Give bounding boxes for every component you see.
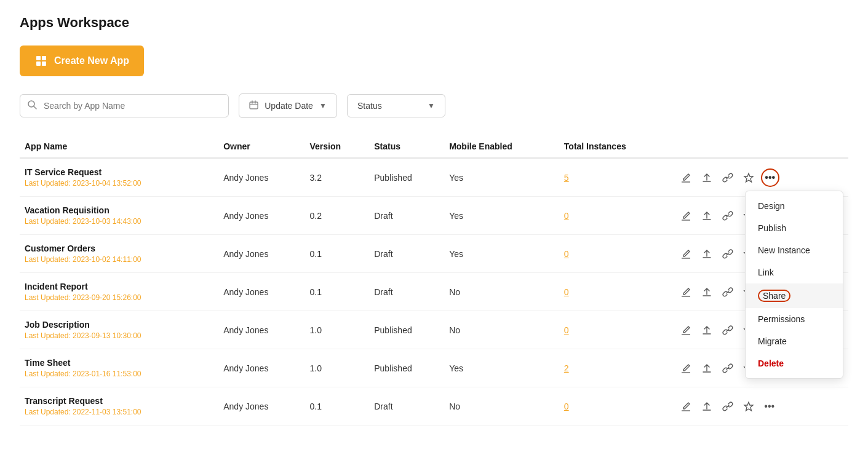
table-row: Incident Report Last Updated: 2023-09-20… [20,273,848,311]
publish-icon[interactable] [698,169,715,186]
star-icon[interactable] [740,398,757,415]
menu-item-publish[interactable]: Publish [746,217,843,239]
share-highlight: Share [758,290,790,302]
app-mobile-enabled: No [444,311,559,349]
app-total-instances[interactable]: 0 [559,311,672,349]
status-chevron-icon: ▼ [428,101,435,110]
menu-item-link[interactable]: Link [746,261,843,283]
search-wrapper [20,94,229,117]
col-owner: Owner [218,135,305,158]
link-icon[interactable] [719,398,736,415]
app-total-instances[interactable]: 0 [559,387,672,425]
instances-link[interactable]: 2 [564,363,569,373]
instances-link[interactable]: 0 [564,402,569,411]
app-status: Draft [369,197,444,235]
app-total-instances[interactable]: 0 [559,273,672,311]
edit-icon[interactable] [677,398,695,415]
more-options-button[interactable]: ••• [761,168,779,187]
app-version: 1.0 [305,311,369,349]
col-total-instances: Total Instances [559,135,672,158]
app-name: Vacation Requisition [25,205,213,215]
table-header-row: App Name Owner Version Status Mobile Ena… [20,135,848,158]
menu-item-migrate[interactable]: Migrate [746,330,843,352]
col-actions [672,135,848,158]
instances-link[interactable]: 0 [564,325,569,335]
app-name-cell: IT Service Request Last Updated: 2023-10… [20,158,218,197]
app-name: Incident Report [25,282,213,291]
app-total-instances[interactable]: 0 [559,197,672,235]
create-app-icon [34,54,48,68]
instances-link[interactable]: 0 [564,249,569,259]
instances-link[interactable]: 0 [564,287,569,297]
col-version: Version [305,135,369,158]
context-menu: Design Publish New Instance Link Share P… [745,191,843,379]
edit-icon[interactable] [677,360,695,377]
more-options-button[interactable]: ••• [761,398,778,415]
edit-icon[interactable] [677,207,695,224]
create-new-app-button[interactable]: Create New App [20,46,144,76]
menu-item-share[interactable]: Share [746,283,843,308]
app-name: Time Sheet [25,358,213,368]
search-icon [27,100,37,112]
app-total-instances[interactable]: 5 [559,158,672,197]
actions-cell: ••• Design Publish New Instance Link Sha… [677,168,843,187]
edit-icon[interactable] [677,322,695,339]
calendar-icon [249,100,258,111]
link-icon[interactable] [719,283,736,301]
edit-icon[interactable] [677,283,695,301]
app-version: 0.2 [305,197,369,235]
svg-rect-6 [250,102,258,109]
app-mobile-enabled: Yes [444,349,559,387]
app-status: Published [369,311,444,349]
update-date-label: Update Date [265,101,313,111]
svg-rect-1 [42,56,46,60]
instances-link[interactable]: 5 [564,173,569,183]
publish-icon[interactable] [698,245,715,263]
create-new-app-label: Create New App [54,55,129,66]
app-last-updated: Last Updated: 2023-10-04 13:52:00 [25,179,213,188]
page-title: Apps Workspace [20,15,848,31]
status-label: Status [357,101,382,111]
update-date-filter[interactable]: Update Date ▼ [239,93,337,118]
date-chevron-icon: ▼ [319,101,327,110]
app-name-cell: Vacation Requisition Last Updated: 2023-… [20,197,218,235]
star-icon[interactable] [740,169,757,186]
instances-link[interactable]: 0 [564,211,569,221]
app-name-cell: Customer Orders Last Updated: 2023-10-02… [20,235,218,273]
app-total-instances[interactable]: 0 [559,235,672,273]
app-mobile-enabled: No [444,273,559,311]
menu-item-design[interactable]: Design [746,195,843,217]
link-icon[interactable] [719,245,736,263]
app-total-instances[interactable]: 2 [559,349,672,387]
link-icon[interactable] [719,169,736,186]
publish-icon[interactable] [698,398,715,415]
svg-line-5 [34,106,36,109]
apps-table: App Name Owner Version Status Mobile Ena… [20,135,848,425]
publish-icon[interactable] [698,322,715,339]
link-icon[interactable] [719,322,736,339]
link-icon[interactable] [719,207,736,224]
app-name-cell: Incident Report Last Updated: 2023-09-20… [20,273,218,311]
status-filter[interactable]: Status ▼ [347,94,445,117]
link-icon[interactable] [719,360,736,377]
app-mobile-enabled: Yes [444,197,559,235]
app-status: Draft [369,235,444,273]
table-row: IT Service Request Last Updated: 2023-10… [20,158,848,197]
table-row: Customer Orders Last Updated: 2023-10-02… [20,235,848,273]
app-name: Job Description [25,320,213,330]
edit-icon[interactable] [677,245,695,263]
publish-icon[interactable] [698,360,715,377]
app-name-cell: Transcript Request Last Updated: 2022-11… [20,387,218,425]
col-mobile-enabled: Mobile Enabled [444,135,559,158]
publish-icon[interactable] [698,283,715,301]
app-version: 0.1 [305,273,369,311]
menu-item-permissions[interactable]: Permissions [746,308,843,330]
menu-item-new-instance[interactable]: New Instance [746,239,843,261]
menu-item-delete[interactable]: Delete [746,352,843,374]
edit-icon[interactable] [677,169,695,186]
app-name: Transcript Request [25,396,213,406]
search-input[interactable] [20,94,229,117]
publish-icon[interactable] [698,207,715,224]
app-mobile-enabled: Yes [444,158,559,197]
app-version: 0.1 [305,235,369,273]
